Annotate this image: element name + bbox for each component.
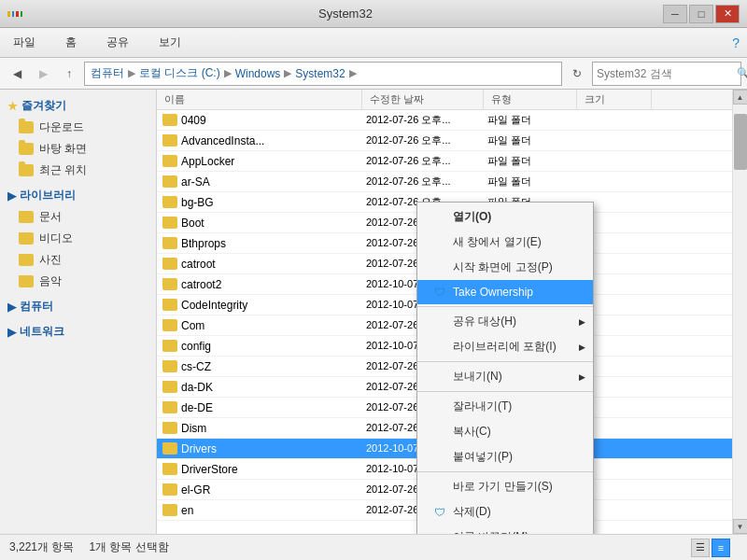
context-menu-item[interactable]: 라이브러리에 포함(I)	[417, 334, 593, 359]
sidebar-header-favorites[interactable]: ★ 즐겨찾기	[0, 95, 156, 117]
column-header-name[interactable]: 이름	[157, 90, 362, 109]
sidebar-header-computer[interactable]: ▶ 컴퓨터	[0, 296, 156, 317]
search-box[interactable]: 🔍	[592, 62, 741, 86]
file-type: 파일 폴더	[484, 133, 577, 147]
scroll-down-button[interactable]: ▼	[733, 519, 748, 534]
context-menu-item[interactable]: 잘라내기(T)	[417, 394, 593, 419]
context-menu-item[interactable]: 공유 대상(H)	[417, 309, 593, 334]
folder-icon	[162, 278, 177, 290]
context-menu-item[interactable]: 🛡Take Ownership	[417, 280, 593, 304]
scroll-up-button[interactable]: ▲	[733, 90, 748, 105]
sidebar-header-libraries[interactable]: ▶ 라이브러리	[0, 185, 156, 206]
sidebar-item-label: 음악	[39, 273, 62, 289]
column-header-size[interactable]: 크기	[577, 90, 652, 109]
maximize-button[interactable]: □	[689, 5, 713, 23]
file-name: da-DK	[181, 381, 213, 394]
status-bar: 3,221개 항목 1개 항목 선택함 ☰ ≡	[0, 534, 747, 560]
ribbon-tab-view[interactable]: 보기	[153, 31, 187, 54]
folder-icon	[19, 275, 34, 287]
file-name: bg-BG	[181, 196, 214, 209]
file-name: en	[181, 504, 193, 517]
close-button[interactable]: ✕	[715, 5, 740, 23]
sidebar-item-label: 최근 위치	[39, 162, 87, 178]
sidebar-header-network[interactable]: ▶ 네트워크	[0, 321, 156, 343]
sidebar-item-music[interactable]: 음악	[0, 271, 156, 292]
folder-icon	[162, 155, 177, 167]
column-header-type[interactable]: 유형	[484, 90, 577, 109]
scroll-thumb[interactable]	[734, 114, 747, 170]
file-name: DriverStore	[181, 463, 238, 476]
main-area: ★ 즐겨찾기 다운로드 바탕 화면 최근 위치 ▶ 라이브러리	[0, 90, 747, 534]
folder-icon	[19, 121, 34, 133]
sidebar-item-downloads[interactable]: 다운로드	[0, 117, 156, 138]
table-row[interactable]: AdvancedInsta... 2012-07-26 오후... 파일 폴더	[157, 131, 747, 151]
context-menu-item[interactable]: 바로 가기 만들기(S)	[417, 474, 593, 499]
up-button[interactable]: ↑	[58, 63, 80, 85]
refresh-button[interactable]: ↻	[566, 63, 588, 85]
context-menu-item[interactable]: 붙여넣기(P)	[417, 444, 593, 469]
folder-icon	[162, 217, 177, 229]
ribbon-tab-home[interactable]: 홈	[60, 31, 82, 54]
context-menu-item-label: 바로 가기 만들기(S)	[453, 479, 553, 495]
breadcrumb-part-4[interactable]: System32	[295, 67, 345, 80]
breadcrumb-part-1[interactable]: 컴퓨터	[91, 65, 124, 81]
file-name: de-DE	[181, 401, 213, 414]
ribbon-tab-share[interactable]: 공유	[101, 31, 134, 54]
folder-icon	[19, 254, 34, 266]
file-name: config	[181, 340, 211, 353]
folder-icon	[162, 504, 177, 516]
column-header-date[interactable]: 수정한 날짜	[362, 90, 484, 109]
context-menu-item[interactable]: 이름 바꾸기(M)	[417, 525, 593, 534]
forward-button[interactable]: ▶	[32, 63, 54, 85]
view-btn-list[interactable]: ☰	[691, 539, 710, 557]
table-row[interactable]: ar-SA 2012-07-26 오후... 파일 폴더	[157, 172, 747, 192]
folder-icon	[162, 442, 177, 455]
sidebar-section-computer: ▶ 컴퓨터	[0, 294, 156, 319]
file-date: 2012-07-26 오후...	[362, 113, 484, 127]
sidebar-item-recent[interactable]: 최근 위치	[0, 160, 156, 181]
context-menu-item-label: 삭제(D)	[453, 504, 491, 520]
window-controls: ─ □ ✕	[663, 5, 740, 23]
sidebar-section-favorites: ★ 즐겨찾기 다운로드 바탕 화면 최근 위치	[0, 93, 156, 183]
sidebar-item-documents[interactable]: 문서	[0, 206, 156, 228]
breadcrumb-part-3[interactable]: Windows	[235, 67, 281, 80]
folder-icon	[162, 483, 177, 496]
context-menu-item[interactable]: 복사(C)	[417, 419, 593, 444]
context-menu-item[interactable]: 보내기(N)	[417, 364, 593, 389]
ribbon: 파일 홈 공유 보기 ?	[0, 28, 747, 58]
help-icon[interactable]: ?	[732, 35, 740, 50]
folder-icon	[162, 114, 177, 126]
ribbon-tab-file[interactable]: 파일	[7, 31, 41, 54]
sidebar-item-label: 문서	[39, 209, 62, 225]
context-menu-separator	[417, 471, 593, 472]
sidebar-item-desktop[interactable]: 바탕 화면	[0, 138, 156, 160]
minimize-button[interactable]: ─	[663, 5, 687, 23]
breadcrumb-part-2[interactable]: 로컬 디스크 (C:)	[139, 65, 220, 81]
breadcrumb-sep-3: ▶	[284, 67, 291, 79]
scrollbar[interactable]: ▲ ▼	[732, 90, 747, 534]
sidebar-favorites-label: 즐겨찾기	[21, 98, 66, 114]
context-menu-item[interactable]: 🛡삭제(D)	[417, 499, 593, 525]
back-button[interactable]: ◀	[6, 63, 28, 85]
sidebar-item-videos[interactable]: 비디오	[0, 228, 156, 249]
folder-icon	[162, 237, 177, 249]
chevron-icon: ▶	[7, 189, 16, 203]
context-menu-item[interactable]: 시작 화면에 고정(P)	[417, 255, 593, 280]
context-menu-item-label: 새 창에서 열기(E)	[453, 234, 542, 250]
table-row[interactable]: 0409 2012-07-26 오후... 파일 폴더	[157, 110, 747, 131]
folder-icon	[162, 340, 177, 352]
context-menu-item[interactable]: 열기(O)	[417, 204, 593, 230]
folder-icon	[162, 134, 177, 147]
search-input[interactable]	[597, 67, 737, 80]
scroll-track	[734, 105, 747, 519]
shield-icon: 🛡	[432, 285, 447, 300]
address-box[interactable]: 컴퓨터 ▶ 로컬 디스크 (C:) ▶ Windows ▶ System32 ▶	[84, 62, 562, 86]
folder-icon	[162, 319, 177, 331]
table-row[interactable]: AppLocker 2012-07-26 오후... 파일 폴더	[157, 151, 747, 172]
sidebar-item-label: 비디오	[39, 231, 73, 246]
view-btn-details[interactable]: ≡	[712, 539, 730, 557]
sidebar-item-photos[interactable]: 사진	[0, 249, 156, 271]
menu-icon-placeholder	[432, 425, 447, 440]
file-name: 0409	[181, 114, 206, 127]
context-menu-item[interactable]: 새 창에서 열기(E)	[417, 230, 593, 255]
